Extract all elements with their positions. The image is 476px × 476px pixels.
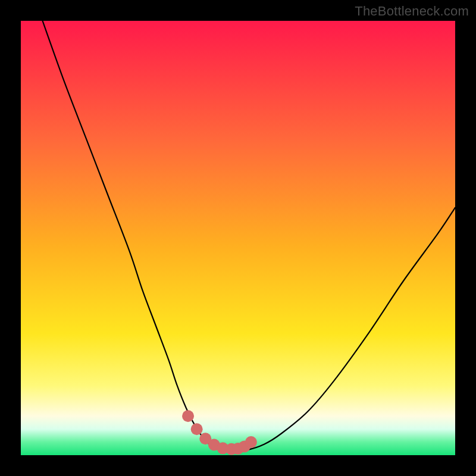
- marker-dot: [182, 410, 194, 422]
- marker-dot: [245, 436, 257, 448]
- watermark-text: TheBottleneck.com: [355, 4, 469, 19]
- plot-area: [21, 21, 455, 455]
- valley-markers: [182, 410, 257, 455]
- marker-dot: [191, 423, 203, 435]
- bottleneck-curve: [43, 21, 456, 451]
- curve-layer: [21, 21, 455, 455]
- chart-frame: TheBottleneck.com: [0, 0, 476, 476]
